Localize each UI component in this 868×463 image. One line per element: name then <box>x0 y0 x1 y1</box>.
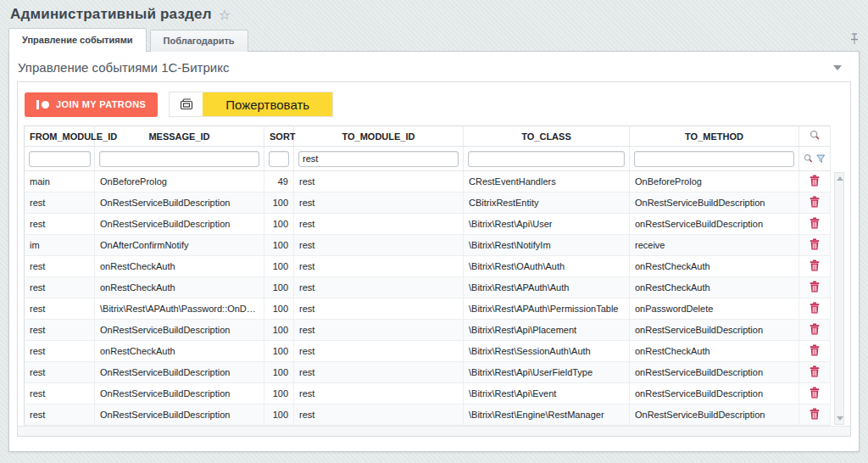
funnel-icon[interactable] <box>816 154 826 164</box>
trash-icon[interactable] <box>810 302 820 314</box>
admin-page: Административный раздел ☆ Управление соб… <box>0 0 868 463</box>
cell-message-id: OnRestServiceBuildDescription <box>95 192 264 214</box>
table-row: im OnAfterConfirmNotify 100 rest \Bitrix… <box>25 235 831 256</box>
cell-to-method: onRestServiceBuildDescription <box>630 362 799 383</box>
cell-sort: 100 <box>264 256 294 277</box>
events-table: FROM_MODULE_ID MESSAGE_ID SORT TO_MODULE… <box>24 126 831 426</box>
cell-to-module: rest <box>294 214 464 235</box>
grid-header-row: FROM_MODULE_ID MESSAGE_ID SORT TO_MODULE… <box>25 126 831 147</box>
col-header-to-class[interactable]: TO_CLASS <box>464 126 630 147</box>
cell-from-module: main <box>25 171 95 192</box>
cell-sort: 100 <box>264 277 294 298</box>
cell-to-module: rest <box>294 192 464 214</box>
trash-icon[interactable] <box>810 387 820 399</box>
cell-to-method: onRestCheckAuth <box>630 341 799 362</box>
cell-from-module: im <box>25 235 95 256</box>
cell-actions <box>799 214 831 235</box>
col-header-message-id[interactable]: MESSAGE_ID <box>95 126 264 147</box>
cell-from-module: rest <box>25 214 95 235</box>
filter-from-module-input[interactable] <box>29 151 91 167</box>
patreon-button[interactable]: JOIN MY PATRONS <box>25 92 158 117</box>
filter-to-method-input[interactable] <box>634 151 794 167</box>
cell-to-class: \Bitrix\Rest\Api\UserFieldType <box>464 362 630 383</box>
cell-actions <box>799 235 831 256</box>
cell-sort: 100 <box>264 298 294 320</box>
donate-button-label: Пожертвовать <box>203 92 332 116</box>
table-row: rest OnRestServiceBuildDescription 100 r… <box>25 320 831 341</box>
favorite-star-icon[interactable]: ☆ <box>219 8 231 22</box>
cell-to-method: onRestServiceBuildDescription <box>630 383 799 404</box>
col-header-to-module[interactable]: TO_MODULE_ID <box>294 126 464 147</box>
cell-to-method: receive <box>630 235 799 256</box>
trash-icon[interactable] <box>810 365 820 377</box>
filter-message-id-input[interactable] <box>99 151 259 167</box>
patreon-button-label: JOIN MY PATRONS <box>56 99 146 109</box>
col-header-from-module[interactable]: FROM_MODULE_ID <box>25 126 95 147</box>
cell-sort: 100 <box>264 235 294 256</box>
trash-icon[interactable] <box>810 196 820 208</box>
table-row: rest \Bitrix\Rest\APAuth\Password::OnDel… <box>25 298 831 320</box>
toolbar: JOIN MY PATRONS Пожертвовать <box>18 82 850 126</box>
trash-icon[interactable] <box>810 408 820 420</box>
cell-sort: 100 <box>264 320 294 341</box>
donate-button[interactable]: Пожертвовать <box>169 92 333 117</box>
cell-message-id: onRestCheckAuth <box>95 341 264 362</box>
table-row: main OnBeforeProlog 49 rest CRestEventHa… <box>25 171 831 192</box>
magnifier-icon[interactable] <box>810 130 821 141</box>
cell-from-module: rest <box>25 192 95 214</box>
cell-to-method: onRestCheckAuth <box>630 256 799 277</box>
scroll-down-icon[interactable] <box>837 416 843 421</box>
collapse-arrow-icon[interactable] <box>833 65 842 70</box>
trash-icon[interactable] <box>810 259 820 271</box>
cell-to-module: rest <box>294 383 464 404</box>
cell-actions <box>799 341 831 362</box>
table-row: rest onRestCheckAuth 100 rest \Bitrix\Re… <box>25 256 831 277</box>
col-header-sort[interactable]: SORT <box>264 126 294 147</box>
filter-sort-input[interactable] <box>269 151 289 167</box>
trash-icon[interactable] <box>810 175 820 187</box>
col-header-to-method[interactable]: TO_METHOD <box>630 126 799 147</box>
grid-footer-strip <box>18 426 850 436</box>
trash-icon[interactable] <box>810 344 820 356</box>
cell-to-module: rest <box>294 320 464 341</box>
cell-to-module: rest <box>294 298 464 320</box>
cell-sort: 100 <box>264 214 294 235</box>
cell-to-method: OnRestServiceBuildDescription <box>630 404 799 426</box>
content-panel: Управление событиями 1С-Битрикс JOIN MY … <box>8 51 860 452</box>
filter-to-class-input[interactable] <box>468 151 625 167</box>
cell-sort: 100 <box>264 341 294 362</box>
cell-actions <box>799 192 831 214</box>
scroll-up-icon[interactable] <box>837 176 843 181</box>
cell-from-module: rest <box>25 256 95 277</box>
cell-from-module: rest <box>25 320 95 341</box>
page-header: Административный раздел ☆ <box>0 0 868 27</box>
cell-to-method: onPasswordDelete <box>630 298 799 320</box>
page-title: Административный раздел <box>10 6 212 23</box>
cell-from-module: rest <box>25 383 95 404</box>
filter-to-module-input[interactable] <box>298 151 459 167</box>
tab-thank-you[interactable]: Поблагодарить <box>150 30 248 52</box>
vertical-scrollbar[interactable] <box>834 172 844 425</box>
cell-message-id: \Bitrix\Rest\APAuth\Password::OnDelete <box>95 298 264 320</box>
trash-icon[interactable] <box>810 323 820 335</box>
cell-sort: 100 <box>264 362 294 383</box>
cell-sort: 100 <box>264 383 294 404</box>
cell-to-module: rest <box>294 171 464 192</box>
cell-to-method: OnBeforeProlog <box>630 171 799 192</box>
trash-icon[interactable] <box>810 281 820 293</box>
cell-to-method: onRestCheckAuth <box>630 277 799 298</box>
grid-body: main OnBeforeProlog 49 rest CRestEventHa… <box>25 171 831 426</box>
tab-event-management[interactable]: Управление событиями <box>8 28 147 52</box>
table-row: rest onRestCheckAuth 100 rest \Bitrix\Re… <box>25 341 831 362</box>
cell-from-module: rest <box>25 277 95 298</box>
cell-actions <box>799 277 831 298</box>
trash-icon[interactable] <box>810 217 820 229</box>
cell-from-module: rest <box>25 341 95 362</box>
cell-message-id: OnRestServiceBuildDescription <box>95 404 264 426</box>
cell-to-class: \Bitrix\Rest\Engine\RestManager <box>464 404 630 426</box>
cell-sort: 100 <box>264 404 294 426</box>
cell-to-module: rest <box>294 235 464 256</box>
table-row: rest onRestCheckAuth 100 rest \Bitrix\Re… <box>25 277 831 298</box>
trash-icon[interactable] <box>810 238 820 250</box>
filter-search-icon[interactable] <box>804 153 813 164</box>
